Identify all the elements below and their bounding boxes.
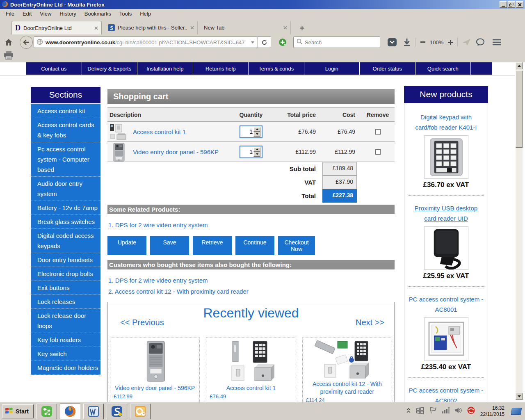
tab-close-icon[interactable] — [94, 25, 98, 31]
scroll-up-icon[interactable] — [516, 62, 523, 69]
reload-button[interactable] — [257, 37, 271, 48]
tab-close-icon[interactable] — [283, 25, 287, 31]
share-icon[interactable] — [460, 39, 472, 46]
sidebar-item-pc-access-control[interactable]: Pc access control system - Computer base… — [31, 142, 100, 177]
tab-doorentryonline[interactable]: D DoorEntryOnline Ltd — [11, 21, 102, 34]
product-image[interactable] — [424, 226, 468, 270]
sidebar-item-electronic-drop-bolts[interactable]: Electronic drop bolts — [31, 267, 100, 281]
menu-file[interactable]: File — [2, 10, 18, 18]
url-dropdown-icon[interactable] — [251, 41, 254, 43]
tab-close-icon[interactable] — [190, 25, 194, 31]
scrollbar-thumb[interactable] — [516, 71, 523, 148]
product-image[interactable] — [206, 340, 295, 383]
also-bought-link-2[interactable]: 2. Access control kit 12 - With proximit… — [108, 286, 395, 297]
minimize-button[interactable] — [500, 1, 507, 8]
pocket-icon[interactable] — [386, 38, 398, 47]
menu-help[interactable]: Help — [136, 10, 155, 18]
zoom-level[interactable]: 100% — [427, 39, 446, 46]
url-bar[interactable]: www.doorentryonline.co.uk/cgi-bin/ca9000… — [34, 37, 257, 48]
save-button[interactable]: Save — [150, 236, 189, 255]
product-thumbnail[interactable] — [112, 143, 126, 161]
zoom-out-icon[interactable] — [418, 41, 427, 43]
close-button[interactable] — [516, 1, 523, 8]
back-button[interactable] — [20, 36, 33, 49]
menu-history[interactable]: History — [55, 10, 80, 18]
product-link[interactable]: Video entry door panel - 596KP — [110, 383, 199, 392]
quantity-up-icon[interactable] — [253, 127, 260, 132]
action-center-flag-icon[interactable] — [429, 407, 437, 415]
start-button[interactable]: Start — [2, 404, 34, 418]
quantity-stepper[interactable] — [240, 126, 262, 138]
nav-delivery-exports[interactable]: Delivery & Exports — [82, 62, 138, 75]
also-bought-link-1[interactable]: 1. DPS for 2 wire video entry system — [108, 275, 395, 286]
sidebar-item-lock-release-loops[interactable]: Lock release door loops — [31, 309, 100, 333]
hamburger-menu-icon[interactable] — [490, 39, 504, 46]
nav-login[interactable]: Login — [304, 62, 360, 75]
sidebar-item-access-control-cards[interactable]: Access control cards & key fobs — [31, 118, 100, 142]
product-image[interactable] — [424, 135, 468, 179]
quantity-up-icon[interactable] — [253, 147, 260, 152]
product-thumbnail[interactable] — [110, 123, 128, 141]
search-box[interactable] — [293, 37, 380, 48]
show-desktop-button[interactable] — [511, 408, 522, 415]
continue-button[interactable]: Continue — [235, 236, 274, 255]
nav-contact-us[interactable]: Contact us — [26, 62, 82, 75]
taskbar-app-firefox[interactable] — [60, 404, 80, 419]
search-input[interactable] — [305, 39, 374, 46]
sidebar-item-exit-buttons[interactable]: Exit buttons — [31, 281, 100, 295]
retrieve-button[interactable]: Retrieve — [193, 236, 232, 255]
related-product-link[interactable]: 1. DPS for 2 wire video entry system — [108, 219, 395, 231]
sidebar-item-lock-releases[interactable]: Lock releases — [31, 295, 100, 309]
antivirus-tray-icon[interactable] — [467, 406, 475, 416]
new-tab-button[interactable] — [297, 23, 307, 32]
nav-returns-help[interactable]: Returns help — [193, 62, 249, 75]
chat-icon[interactable] — [474, 38, 486, 46]
quantity-down-icon[interactable] — [253, 132, 260, 137]
product-link[interactable]: Proximity USB desktop card reader UID — [404, 203, 488, 224]
scroll-down-icon[interactable] — [516, 393, 523, 400]
sidebar-item-access-control-kit[interactable]: Access control kit — [31, 104, 100, 118]
next-button[interactable]: Next >> — [356, 318, 384, 327]
tab-new-tab[interactable]: New Tab — [197, 21, 291, 34]
menu-bookmarks[interactable]: Bookmarks — [80, 10, 115, 18]
product-image[interactable] — [303, 340, 392, 379]
taskbar-app-outlook[interactable] — [130, 404, 151, 419]
page-scrollbar[interactable] — [516, 62, 523, 400]
home-icon[interactable] — [3, 39, 14, 46]
sidebar-item-battery[interactable]: Battery - 12v dc 7amp — [31, 201, 100, 215]
menu-edit[interactable]: Edit — [18, 10, 36, 18]
product-link[interactable]: Access control kit 1 — [206, 383, 295, 392]
quantity-input[interactable] — [241, 128, 253, 135]
quantity-down-icon[interactable] — [253, 152, 260, 157]
windows-tray-icon[interactable] — [416, 407, 424, 416]
zoom-page-icon[interactable] — [278, 38, 288, 47]
product-link[interactable]: PC access control system - AC8001 — [404, 294, 488, 315]
print-icon[interactable] — [3, 51, 14, 62]
taskbar-app-s-logo[interactable] — [107, 404, 127, 419]
quantity-stepper[interactable] — [240, 146, 262, 158]
remove-checkbox[interactable] — [375, 149, 381, 155]
quantity-input[interactable] — [241, 148, 253, 155]
zoom-in-icon[interactable] — [446, 40, 455, 45]
checkout-now-button[interactable]: Checkout Now — [278, 236, 315, 255]
menu-tools[interactable]: Tools — [115, 10, 136, 18]
update-button[interactable]: Update — [107, 236, 146, 255]
sidebar-item-digital-keypads[interactable]: Digital coded access keypads — [31, 229, 100, 253]
nav-installation-help[interactable]: Installation help — [137, 62, 193, 75]
product-link[interactable]: Digital keypad with card/fob reader K401… — [404, 112, 488, 132]
volume-icon[interactable] — [455, 407, 462, 415]
menu-view[interactable]: View — [36, 10, 55, 18]
network-signal-icon[interactable] — [442, 407, 450, 415]
previous-button[interactable]: << Previous — [120, 318, 164, 327]
nav-quick-search[interactable]: Quick search — [415, 62, 471, 75]
product-link[interactable]: Video entry door panel - 596KP — [133, 148, 219, 155]
product-link[interactable]: PC access control system - AC8002 — [404, 385, 488, 402]
taskbar-app-word[interactable] — [83, 404, 104, 419]
remove-checkbox[interactable] — [375, 129, 381, 135]
downloads-icon[interactable] — [401, 38, 413, 46]
sidebar-item-key-fob-readers[interactable]: Key fob readers — [31, 333, 100, 347]
tab-seller-help[interactable]: Please help with this - Seller... — [105, 21, 197, 34]
sidebar-item-break-glass[interactable]: Break glass switches — [31, 215, 100, 229]
product-link[interactable]: Access control kit 12 - With proximity c… — [303, 379, 392, 396]
nav-order-status[interactable]: Order status — [360, 62, 415, 75]
